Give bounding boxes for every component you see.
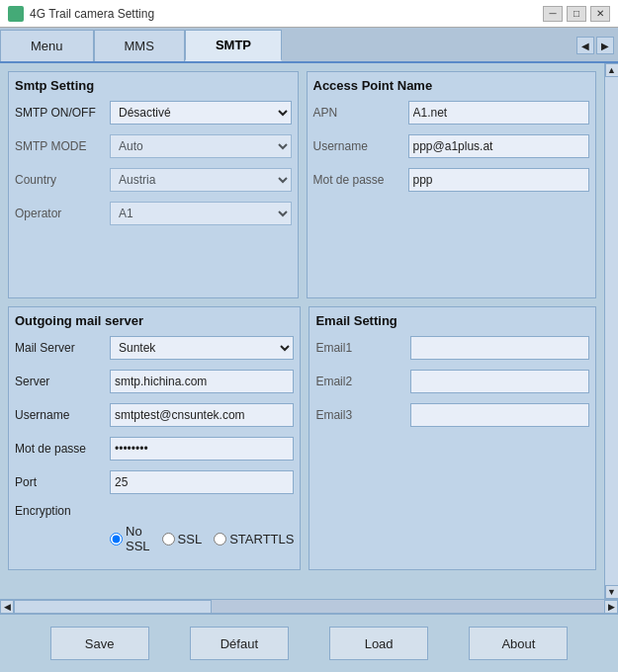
starttls-radio[interactable] xyxy=(214,533,226,546)
ssl-option[interactable]: SSL xyxy=(162,532,203,546)
smtp-mode-label: SMTP MODE xyxy=(15,139,104,153)
content-area: Smtp Setting SMTP ON/OFF Désactivé Activ… xyxy=(0,63,618,599)
motdepasse-apn-label: Mot de passe xyxy=(313,173,402,187)
server-input[interactable] xyxy=(110,370,294,393)
country-select[interactable]: Austria xyxy=(110,168,292,192)
title-bar-text: 4G Trail camera Setting xyxy=(30,7,537,21)
port-input[interactable] xyxy=(110,470,294,494)
access-point-panel: Access Point Name APN Username Mot de pa… xyxy=(307,71,597,298)
default-button[interactable]: Défaut xyxy=(190,627,289,660)
mail-server-row: Mail Server Suntek xyxy=(15,336,294,360)
server-row: Server xyxy=(15,370,294,393)
email2-row: Email2 xyxy=(315,370,589,393)
ssl-label: SSL xyxy=(178,532,203,546)
outgoing-panel-title: Outgoing mail server xyxy=(15,313,294,328)
username-mail-label: Username xyxy=(15,408,104,422)
country-label: Country xyxy=(15,173,104,187)
mail-server-label: Mail Server xyxy=(15,341,104,355)
horizontal-scrollbar: ◀ ▶ xyxy=(0,599,618,613)
motdepasse-mail-input[interactable] xyxy=(110,437,294,461)
top-panels: Smtp Setting SMTP ON/OFF Désactivé Activ… xyxy=(0,63,604,302)
tab-smtp[interactable]: SMTP xyxy=(185,30,282,61)
scroll-left-button[interactable]: ◀ xyxy=(0,600,14,614)
app-icon xyxy=(8,6,24,22)
operator-row: Operator A1 xyxy=(15,202,292,225)
email3-row: Email3 xyxy=(315,403,589,427)
country-row: Country Austria xyxy=(15,168,292,192)
email3-input[interactable] xyxy=(410,403,589,427)
username-apn-label: Username xyxy=(313,139,402,153)
email1-label: Email1 xyxy=(315,341,404,355)
motdepasse-apn-input[interactable] xyxy=(408,168,590,192)
tab-bar: Menu MMS SMTP ◀ ▶ xyxy=(0,28,618,63)
title-bar: 4G Trail camera Setting ─ □ ✕ xyxy=(0,0,618,28)
load-button[interactable]: Load xyxy=(329,627,428,660)
username-mail-row: Username xyxy=(15,403,294,427)
encryption-radio-group: No SSL SSL STARTTLS xyxy=(110,524,294,553)
username-mail-input[interactable] xyxy=(110,403,294,427)
tab-menu[interactable]: Menu xyxy=(0,30,94,61)
outgoing-panel: Outgoing mail server Mail Server Suntek … xyxy=(8,306,301,570)
no-ssl-label: No SSL xyxy=(126,524,150,553)
email1-row: Email1 xyxy=(315,336,589,360)
apn-input[interactable] xyxy=(408,101,590,125)
motdepasse-apn-row: Mot de passe xyxy=(313,168,590,192)
close-button[interactable]: ✕ xyxy=(590,6,610,22)
encryption-options-row: No SSL SSL STARTTLS xyxy=(15,524,294,553)
encryption-row: Encryption xyxy=(15,504,294,518)
minimize-button[interactable]: ─ xyxy=(543,6,563,22)
apn-row: APN xyxy=(313,101,590,125)
operator-select[interactable]: A1 xyxy=(110,202,292,225)
tab-prev-button[interactable]: ◀ xyxy=(576,37,594,54)
smtp-mode-row: SMTP MODE Auto xyxy=(15,134,292,158)
smtp-onoff-label: SMTP ON/OFF xyxy=(15,106,104,120)
motdepasse-mail-label: Mot de passe xyxy=(15,442,104,456)
smtp-onoff-select[interactable]: Désactivé Activé xyxy=(110,101,292,125)
apn-label: APN xyxy=(313,106,402,120)
maximize-button[interactable]: □ xyxy=(567,6,586,22)
no-ssl-radio[interactable] xyxy=(110,533,123,546)
smtp-mode-select[interactable]: Auto xyxy=(110,134,292,158)
port-label: Port xyxy=(15,475,104,489)
tab-next-button[interactable]: ▶ xyxy=(596,37,614,54)
ssl-radio[interactable] xyxy=(162,533,175,546)
main-content: Smtp Setting SMTP ON/OFF Désactivé Activ… xyxy=(0,63,618,613)
smtp-setting-panel: Smtp Setting SMTP ON/OFF Désactivé Activ… xyxy=(8,71,299,298)
smtp-onoff-row: SMTP ON/OFF Désactivé Activé xyxy=(15,101,292,125)
scroll-track[interactable] xyxy=(14,600,604,614)
access-point-title: Access Point Name xyxy=(313,78,590,93)
scroll-thumb-h[interactable] xyxy=(14,600,212,614)
scroll-up-button[interactable]: ▲ xyxy=(605,63,619,77)
motdepasse-mail-row: Mot de passe xyxy=(15,437,294,461)
starttls-option[interactable]: STARTTLS xyxy=(214,532,294,546)
encryption-label: Encryption xyxy=(15,504,104,518)
footer: Save Défaut Load About xyxy=(0,613,618,672)
username-apn-input[interactable] xyxy=(408,134,590,158)
scroll-down-button[interactable]: ▼ xyxy=(605,585,619,599)
vertical-scrollbar: ▲ ▼ xyxy=(604,63,618,599)
bottom-panels: Outgoing mail server Mail Server Suntek … xyxy=(0,302,604,578)
email1-input[interactable] xyxy=(410,336,589,360)
email2-label: Email2 xyxy=(315,375,404,388)
mail-server-select[interactable]: Suntek xyxy=(110,336,294,360)
title-bar-controls: ─ □ ✕ xyxy=(543,6,610,22)
about-button[interactable]: About xyxy=(469,627,568,660)
server-label: Server xyxy=(15,375,104,388)
save-button[interactable]: Save xyxy=(50,627,149,660)
tab-mms[interactable]: MMS xyxy=(94,30,185,61)
email-setting-panel: Email Setting Email1 Email2 Email3 xyxy=(309,306,596,570)
smtp-panel-title: Smtp Setting xyxy=(15,78,292,93)
email3-label: Email3 xyxy=(315,408,404,422)
panels-area: Smtp Setting SMTP ON/OFF Désactivé Activ… xyxy=(0,63,604,599)
email-setting-title: Email Setting xyxy=(315,313,589,328)
port-row: Port xyxy=(15,470,294,494)
scroll-right-button[interactable]: ▶ xyxy=(604,600,618,614)
starttls-label: STARTTLS xyxy=(229,532,294,546)
operator-label: Operator xyxy=(15,207,104,220)
email2-input[interactable] xyxy=(410,370,589,393)
username-apn-row: Username xyxy=(313,134,590,158)
tab-navigation: ◀ ▶ xyxy=(576,30,618,61)
no-ssl-option[interactable]: No SSL xyxy=(110,524,150,553)
